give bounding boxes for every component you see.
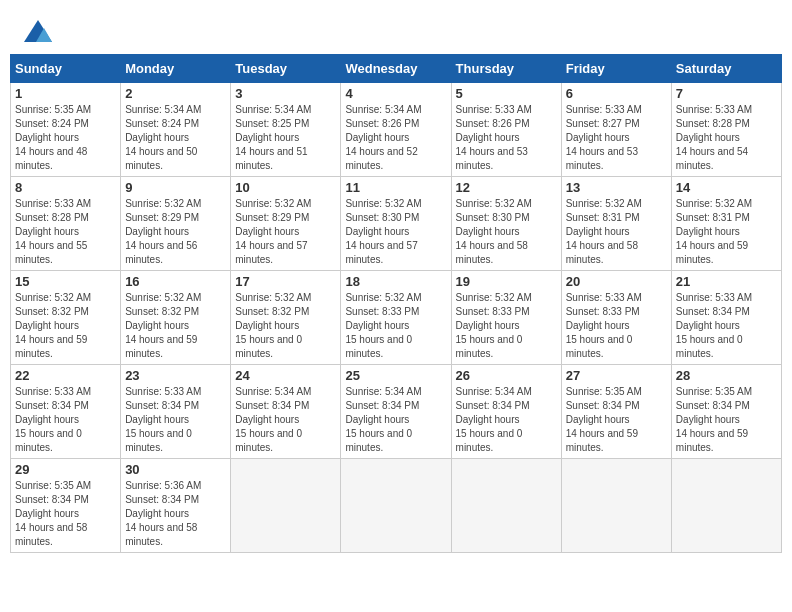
calendar-day: 12Sunrise: 5:32 AMSunset: 8:30 PMDayligh… xyxy=(451,177,561,271)
logo-icon xyxy=(22,18,54,46)
day-info: Sunrise: 5:34 AMSunset: 8:34 PMDaylight … xyxy=(345,385,446,455)
day-number: 24 xyxy=(235,368,336,383)
day-info: Sunrise: 5:33 AMSunset: 8:28 PMDaylight … xyxy=(676,103,777,173)
day-info: Sunrise: 5:32 AMSunset: 8:31 PMDaylight … xyxy=(566,197,667,267)
day-number: 7 xyxy=(676,86,777,101)
calendar-day: 13Sunrise: 5:32 AMSunset: 8:31 PMDayligh… xyxy=(561,177,671,271)
weekday-header: Wednesday xyxy=(341,55,451,83)
day-number: 28 xyxy=(676,368,777,383)
day-number: 25 xyxy=(345,368,446,383)
calendar-day: 17Sunrise: 5:32 AMSunset: 8:32 PMDayligh… xyxy=(231,271,341,365)
weekday-header: Saturday xyxy=(671,55,781,83)
day-info: Sunrise: 5:33 AMSunset: 8:28 PMDaylight … xyxy=(15,197,116,267)
calendar-day: 22Sunrise: 5:33 AMSunset: 8:34 PMDayligh… xyxy=(11,365,121,459)
logo xyxy=(20,18,56,46)
day-info: Sunrise: 5:32 AMSunset: 8:30 PMDaylight … xyxy=(456,197,557,267)
calendar-day xyxy=(341,459,451,553)
calendar-day: 7Sunrise: 5:33 AMSunset: 8:28 PMDaylight… xyxy=(671,83,781,177)
calendar-day: 19Sunrise: 5:32 AMSunset: 8:33 PMDayligh… xyxy=(451,271,561,365)
day-info: Sunrise: 5:33 AMSunset: 8:34 PMDaylight … xyxy=(125,385,226,455)
day-number: 18 xyxy=(345,274,446,289)
day-info: Sunrise: 5:34 AMSunset: 8:34 PMDaylight … xyxy=(235,385,336,455)
calendar-day xyxy=(231,459,341,553)
day-number: 2 xyxy=(125,86,226,101)
calendar-week-row: 1Sunrise: 5:35 AMSunset: 8:24 PMDaylight… xyxy=(11,83,782,177)
day-number: 5 xyxy=(456,86,557,101)
calendar-day: 25Sunrise: 5:34 AMSunset: 8:34 PMDayligh… xyxy=(341,365,451,459)
day-number: 27 xyxy=(566,368,667,383)
calendar-day: 28Sunrise: 5:35 AMSunset: 8:34 PMDayligh… xyxy=(671,365,781,459)
day-info: Sunrise: 5:35 AMSunset: 8:34 PMDaylight … xyxy=(15,479,116,549)
day-number: 9 xyxy=(125,180,226,195)
day-info: Sunrise: 5:34 AMSunset: 8:34 PMDaylight … xyxy=(456,385,557,455)
day-info: Sunrise: 5:32 AMSunset: 8:32 PMDaylight … xyxy=(15,291,116,361)
day-info: Sunrise: 5:35 AMSunset: 8:34 PMDaylight … xyxy=(566,385,667,455)
day-number: 17 xyxy=(235,274,336,289)
calendar-day: 10Sunrise: 5:32 AMSunset: 8:29 PMDayligh… xyxy=(231,177,341,271)
calendar-day: 3Sunrise: 5:34 AMSunset: 8:25 PMDaylight… xyxy=(231,83,341,177)
day-info: Sunrise: 5:36 AMSunset: 8:34 PMDaylight … xyxy=(125,479,226,549)
calendar-day xyxy=(561,459,671,553)
day-number: 26 xyxy=(456,368,557,383)
day-info: Sunrise: 5:32 AMSunset: 8:33 PMDaylight … xyxy=(456,291,557,361)
day-info: Sunrise: 5:34 AMSunset: 8:24 PMDaylight … xyxy=(125,103,226,173)
day-info: Sunrise: 5:35 AMSunset: 8:34 PMDaylight … xyxy=(676,385,777,455)
calendar-day: 1Sunrise: 5:35 AMSunset: 8:24 PMDaylight… xyxy=(11,83,121,177)
calendar-day: 15Sunrise: 5:32 AMSunset: 8:32 PMDayligh… xyxy=(11,271,121,365)
day-info: Sunrise: 5:33 AMSunset: 8:34 PMDaylight … xyxy=(676,291,777,361)
day-info: Sunrise: 5:35 AMSunset: 8:24 PMDaylight … xyxy=(15,103,116,173)
calendar-day: 23Sunrise: 5:33 AMSunset: 8:34 PMDayligh… xyxy=(121,365,231,459)
calendar-header-row: SundayMondayTuesdayWednesdayThursdayFrid… xyxy=(11,55,782,83)
day-info: Sunrise: 5:32 AMSunset: 8:31 PMDaylight … xyxy=(676,197,777,267)
day-number: 20 xyxy=(566,274,667,289)
day-number: 11 xyxy=(345,180,446,195)
calendar-day: 26Sunrise: 5:34 AMSunset: 8:34 PMDayligh… xyxy=(451,365,561,459)
day-info: Sunrise: 5:32 AMSunset: 8:30 PMDaylight … xyxy=(345,197,446,267)
calendar-day xyxy=(671,459,781,553)
day-number: 22 xyxy=(15,368,116,383)
calendar-day: 21Sunrise: 5:33 AMSunset: 8:34 PMDayligh… xyxy=(671,271,781,365)
day-number: 12 xyxy=(456,180,557,195)
day-number: 13 xyxy=(566,180,667,195)
calendar-day: 16Sunrise: 5:32 AMSunset: 8:32 PMDayligh… xyxy=(121,271,231,365)
day-info: Sunrise: 5:34 AMSunset: 8:25 PMDaylight … xyxy=(235,103,336,173)
day-number: 8 xyxy=(15,180,116,195)
day-info: Sunrise: 5:33 AMSunset: 8:34 PMDaylight … xyxy=(15,385,116,455)
calendar-week-row: 29Sunrise: 5:35 AMSunset: 8:34 PMDayligh… xyxy=(11,459,782,553)
calendar-day: 14Sunrise: 5:32 AMSunset: 8:31 PMDayligh… xyxy=(671,177,781,271)
calendar-week-row: 8Sunrise: 5:33 AMSunset: 8:28 PMDaylight… xyxy=(11,177,782,271)
day-info: Sunrise: 5:33 AMSunset: 8:27 PMDaylight … xyxy=(566,103,667,173)
day-number: 30 xyxy=(125,462,226,477)
day-info: Sunrise: 5:32 AMSunset: 8:29 PMDaylight … xyxy=(235,197,336,267)
calendar-table: SundayMondayTuesdayWednesdayThursdayFrid… xyxy=(10,54,782,553)
day-number: 21 xyxy=(676,274,777,289)
day-info: Sunrise: 5:32 AMSunset: 8:33 PMDaylight … xyxy=(345,291,446,361)
day-number: 14 xyxy=(676,180,777,195)
day-number: 6 xyxy=(566,86,667,101)
calendar-day: 6Sunrise: 5:33 AMSunset: 8:27 PMDaylight… xyxy=(561,83,671,177)
day-info: Sunrise: 5:33 AMSunset: 8:33 PMDaylight … xyxy=(566,291,667,361)
calendar-day: 8Sunrise: 5:33 AMSunset: 8:28 PMDaylight… xyxy=(11,177,121,271)
day-number: 29 xyxy=(15,462,116,477)
calendar-day: 20Sunrise: 5:33 AMSunset: 8:33 PMDayligh… xyxy=(561,271,671,365)
day-number: 19 xyxy=(456,274,557,289)
day-info: Sunrise: 5:32 AMSunset: 8:29 PMDaylight … xyxy=(125,197,226,267)
calendar-day: 2Sunrise: 5:34 AMSunset: 8:24 PMDaylight… xyxy=(121,83,231,177)
weekday-header: Thursday xyxy=(451,55,561,83)
day-info: Sunrise: 5:34 AMSunset: 8:26 PMDaylight … xyxy=(345,103,446,173)
calendar-day: 30Sunrise: 5:36 AMSunset: 8:34 PMDayligh… xyxy=(121,459,231,553)
weekday-header: Monday xyxy=(121,55,231,83)
calendar-day: 18Sunrise: 5:32 AMSunset: 8:33 PMDayligh… xyxy=(341,271,451,365)
calendar-day: 11Sunrise: 5:32 AMSunset: 8:30 PMDayligh… xyxy=(341,177,451,271)
calendar-day: 9Sunrise: 5:32 AMSunset: 8:29 PMDaylight… xyxy=(121,177,231,271)
calendar-day: 4Sunrise: 5:34 AMSunset: 8:26 PMDaylight… xyxy=(341,83,451,177)
calendar-day: 24Sunrise: 5:34 AMSunset: 8:34 PMDayligh… xyxy=(231,365,341,459)
calendar-week-row: 15Sunrise: 5:32 AMSunset: 8:32 PMDayligh… xyxy=(11,271,782,365)
day-info: Sunrise: 5:32 AMSunset: 8:32 PMDaylight … xyxy=(235,291,336,361)
day-number: 1 xyxy=(15,86,116,101)
day-number: 10 xyxy=(235,180,336,195)
calendar-day: 5Sunrise: 5:33 AMSunset: 8:26 PMDaylight… xyxy=(451,83,561,177)
calendar-day: 27Sunrise: 5:35 AMSunset: 8:34 PMDayligh… xyxy=(561,365,671,459)
day-number: 16 xyxy=(125,274,226,289)
day-info: Sunrise: 5:32 AMSunset: 8:32 PMDaylight … xyxy=(125,291,226,361)
